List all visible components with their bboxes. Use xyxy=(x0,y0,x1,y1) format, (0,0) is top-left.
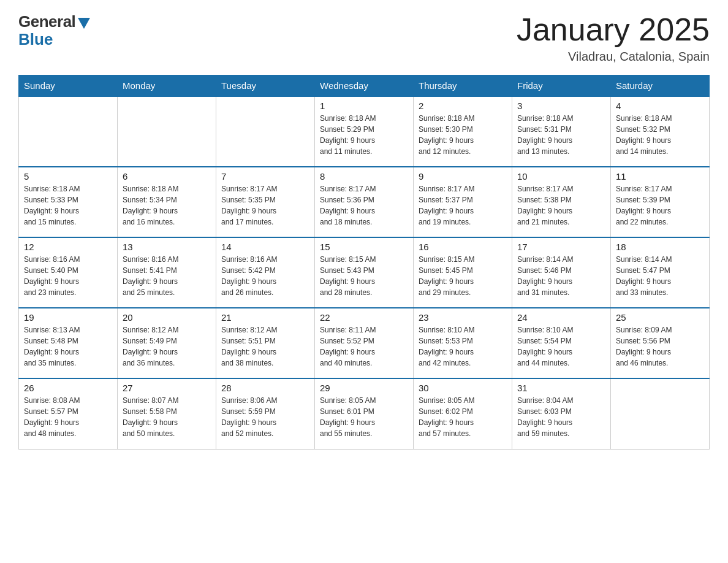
calendar-cell: 4Sunrise: 8:18 AM Sunset: 5:32 PM Daylig… xyxy=(611,96,710,167)
calendar-cell: 23Sunrise: 8:10 AM Sunset: 5:53 PM Dayli… xyxy=(414,308,512,378)
title-area: January 2025 Viladrau, Catalonia, Spain xyxy=(517,12,710,64)
calendar-table: SundayMondayTuesdayWednesdayThursdayFrid… xyxy=(18,75,710,450)
calendar-cell: 27Sunrise: 8:07 AM Sunset: 5:58 PM Dayli… xyxy=(118,378,216,449)
day-number: 31 xyxy=(517,383,605,393)
logo-general-text: General xyxy=(18,12,75,31)
calendar-cell: 25Sunrise: 8:09 AM Sunset: 5:56 PM Dayli… xyxy=(611,308,710,378)
calendar-header-saturday: Saturday xyxy=(611,75,710,97)
day-number: 20 xyxy=(123,312,211,323)
logo-arrow-icon xyxy=(78,18,90,29)
calendar-cell: 3Sunrise: 8:18 AM Sunset: 5:31 PM Daylig… xyxy=(512,96,611,167)
calendar-cell: 29Sunrise: 8:05 AM Sunset: 6:01 PM Dayli… xyxy=(315,378,414,449)
logo: General Blue xyxy=(18,12,90,49)
day-number: 26 xyxy=(24,383,112,393)
calendar-cell: 30Sunrise: 8:05 AM Sunset: 6:02 PM Dayli… xyxy=(414,378,512,449)
day-number: 16 xyxy=(419,242,507,252)
day-number: 6 xyxy=(123,171,211,182)
day-info: Sunrise: 8:07 AM Sunset: 5:58 PM Dayligh… xyxy=(123,395,211,439)
calendar-cell: 5Sunrise: 8:18 AM Sunset: 5:33 PM Daylig… xyxy=(19,167,118,237)
calendar-cell: 16Sunrise: 8:15 AM Sunset: 5:45 PM Dayli… xyxy=(414,237,512,308)
calendar-cell xyxy=(19,96,118,167)
day-number: 13 xyxy=(123,242,211,252)
calendar-cell: 1Sunrise: 8:18 AM Sunset: 5:29 PM Daylig… xyxy=(315,96,414,167)
day-info: Sunrise: 8:17 AM Sunset: 5:36 PM Dayligh… xyxy=(320,183,408,228)
day-info: Sunrise: 8:14 AM Sunset: 5:47 PM Dayligh… xyxy=(616,254,704,298)
calendar-cell: 20Sunrise: 8:12 AM Sunset: 5:49 PM Dayli… xyxy=(118,308,216,378)
day-info: Sunrise: 8:17 AM Sunset: 5:38 PM Dayligh… xyxy=(517,183,605,228)
day-info: Sunrise: 8:18 AM Sunset: 5:30 PM Dayligh… xyxy=(419,113,507,157)
day-number: 2 xyxy=(419,101,507,111)
day-info: Sunrise: 8:16 AM Sunset: 5:40 PM Dayligh… xyxy=(24,254,112,298)
calendar-cell: 22Sunrise: 8:11 AM Sunset: 5:52 PM Dayli… xyxy=(315,308,414,378)
logo-blue-text: Blue xyxy=(18,30,53,49)
calendar-cell: 12Sunrise: 8:16 AM Sunset: 5:40 PM Dayli… xyxy=(19,237,118,308)
calendar-cell: 8Sunrise: 8:17 AM Sunset: 5:36 PM Daylig… xyxy=(315,167,414,237)
day-info: Sunrise: 8:16 AM Sunset: 5:41 PM Dayligh… xyxy=(123,254,211,298)
day-number: 24 xyxy=(517,312,605,323)
calendar-header-sunday: Sunday xyxy=(19,75,118,97)
calendar-header-friday: Friday xyxy=(512,75,611,97)
day-number: 10 xyxy=(517,171,605,182)
day-info: Sunrise: 8:15 AM Sunset: 5:43 PM Dayligh… xyxy=(320,254,408,298)
day-info: Sunrise: 8:14 AM Sunset: 5:46 PM Dayligh… xyxy=(517,254,605,298)
calendar-cell xyxy=(118,96,216,167)
day-info: Sunrise: 8:18 AM Sunset: 5:33 PM Dayligh… xyxy=(24,183,112,228)
calendar-cell: 2Sunrise: 8:18 AM Sunset: 5:30 PM Daylig… xyxy=(414,96,512,167)
day-number: 17 xyxy=(517,242,605,252)
day-number: 1 xyxy=(320,101,408,111)
day-info: Sunrise: 8:18 AM Sunset: 5:34 PM Dayligh… xyxy=(123,183,211,228)
calendar-cell: 11Sunrise: 8:17 AM Sunset: 5:39 PM Dayli… xyxy=(611,167,710,237)
day-number: 18 xyxy=(616,242,704,252)
day-number: 9 xyxy=(419,171,507,182)
day-info: Sunrise: 8:05 AM Sunset: 6:02 PM Dayligh… xyxy=(419,395,507,439)
day-info: Sunrise: 8:11 AM Sunset: 5:52 PM Dayligh… xyxy=(320,324,408,369)
day-info: Sunrise: 8:09 AM Sunset: 5:56 PM Dayligh… xyxy=(616,324,704,369)
day-info: Sunrise: 8:13 AM Sunset: 5:48 PM Dayligh… xyxy=(24,324,112,369)
calendar-cell: 15Sunrise: 8:15 AM Sunset: 5:43 PM Dayli… xyxy=(315,237,414,308)
day-info: Sunrise: 8:10 AM Sunset: 5:54 PM Dayligh… xyxy=(517,324,605,369)
calendar-cell: 10Sunrise: 8:17 AM Sunset: 5:38 PM Dayli… xyxy=(512,167,611,237)
day-number: 3 xyxy=(517,101,605,111)
day-number: 22 xyxy=(320,312,408,323)
day-number: 27 xyxy=(123,383,211,393)
day-info: Sunrise: 8:05 AM Sunset: 6:01 PM Dayligh… xyxy=(320,395,408,439)
calendar-header: SundayMondayTuesdayWednesdayThursdayFrid… xyxy=(19,75,710,97)
day-info: Sunrise: 8:04 AM Sunset: 6:03 PM Dayligh… xyxy=(517,395,605,439)
day-number: 7 xyxy=(221,171,309,182)
calendar-week-1: 1Sunrise: 8:18 AM Sunset: 5:29 PM Daylig… xyxy=(19,96,710,167)
day-number: 25 xyxy=(616,312,704,323)
calendar-cell: 17Sunrise: 8:14 AM Sunset: 5:46 PM Dayli… xyxy=(512,237,611,308)
calendar-header-thursday: Thursday xyxy=(414,75,512,97)
calendar-cell: 19Sunrise: 8:13 AM Sunset: 5:48 PM Dayli… xyxy=(19,308,118,378)
calendar-cell: 21Sunrise: 8:12 AM Sunset: 5:51 PM Dayli… xyxy=(216,308,315,378)
day-number: 19 xyxy=(24,312,112,323)
day-number: 28 xyxy=(221,383,309,393)
day-info: Sunrise: 8:17 AM Sunset: 5:35 PM Dayligh… xyxy=(221,183,309,228)
calendar-week-3: 12Sunrise: 8:16 AM Sunset: 5:40 PM Dayli… xyxy=(19,237,710,308)
day-info: Sunrise: 8:17 AM Sunset: 5:37 PM Dayligh… xyxy=(419,183,507,228)
day-info: Sunrise: 8:17 AM Sunset: 5:39 PM Dayligh… xyxy=(616,183,704,228)
calendar-cell: 26Sunrise: 8:08 AM Sunset: 5:57 PM Dayli… xyxy=(19,378,118,449)
day-number: 4 xyxy=(616,101,704,111)
day-number: 8 xyxy=(320,171,408,182)
calendar-cell: 6Sunrise: 8:18 AM Sunset: 5:34 PM Daylig… xyxy=(118,167,216,237)
calendar-cell: 7Sunrise: 8:17 AM Sunset: 5:35 PM Daylig… xyxy=(216,167,315,237)
day-number: 29 xyxy=(320,383,408,393)
day-info: Sunrise: 8:10 AM Sunset: 5:53 PM Dayligh… xyxy=(419,324,507,369)
day-number: 30 xyxy=(419,383,507,393)
location-text: Viladrau, Catalonia, Spain xyxy=(517,50,710,64)
day-info: Sunrise: 8:15 AM Sunset: 5:45 PM Dayligh… xyxy=(419,254,507,298)
day-info: Sunrise: 8:16 AM Sunset: 5:42 PM Dayligh… xyxy=(221,254,309,298)
month-title: January 2025 xyxy=(517,12,710,47)
calendar-cell xyxy=(611,378,710,449)
day-info: Sunrise: 8:18 AM Sunset: 5:32 PM Dayligh… xyxy=(616,113,704,157)
calendar-header-wednesday: Wednesday xyxy=(315,75,414,97)
page-header: General Blue January 2025 Viladrau, Cata… xyxy=(18,12,710,64)
day-number: 11 xyxy=(616,171,704,182)
calendar-cell: 13Sunrise: 8:16 AM Sunset: 5:41 PM Dayli… xyxy=(118,237,216,308)
calendar-cell: 9Sunrise: 8:17 AM Sunset: 5:37 PM Daylig… xyxy=(414,167,512,237)
day-number: 14 xyxy=(221,242,309,252)
calendar-body: 1Sunrise: 8:18 AM Sunset: 5:29 PM Daylig… xyxy=(19,96,710,449)
day-info: Sunrise: 8:18 AM Sunset: 5:29 PM Dayligh… xyxy=(320,113,408,157)
day-number: 5 xyxy=(24,171,112,182)
